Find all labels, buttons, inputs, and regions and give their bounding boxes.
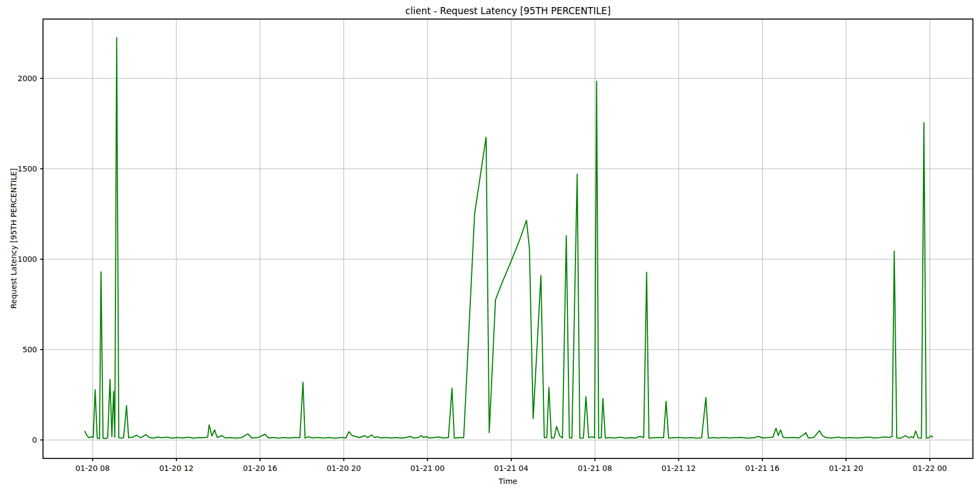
plot-area [0, 0, 980, 490]
x-tick-label: 01-20 16 [243, 464, 277, 473]
x-tick-label: 01-21 12 [661, 464, 696, 473]
x-tick-label: 01-21 04 [494, 464, 528, 473]
x-tick-label: 01-20 08 [76, 464, 110, 473]
x-tick-label: 01-21 20 [829, 464, 863, 473]
y-axis-title: Request Latency [95TH PERCENTILE] [9, 168, 18, 309]
x-tick-label: 01-20 20 [327, 464, 361, 473]
y-tick-label: 500 [22, 345, 37, 354]
x-tick-label: 01-21 16 [745, 464, 780, 473]
x-tick-label: 01-21 08 [578, 464, 612, 473]
x-tick-label: 01-21 00 [411, 464, 445, 473]
latency-chart-figure: client - Request Latency [95TH PERCENTIL… [0, 0, 980, 490]
x-tick-label: 01-22 00 [912, 464, 947, 473]
y-tick-label: 1500 [17, 164, 37, 173]
y-tick-label: 0 [32, 436, 37, 444]
plot-border [43, 19, 973, 458]
y-tick-label: 1000 [17, 255, 37, 264]
x-tick-label: 01-20 12 [159, 464, 193, 473]
x-axis-title: Time [499, 477, 517, 486]
chart-title: client - Request Latency [95TH PERCENTIL… [405, 5, 610, 16]
latency-line-series [85, 38, 933, 438]
y-tick-label: 2000 [17, 74, 37, 83]
